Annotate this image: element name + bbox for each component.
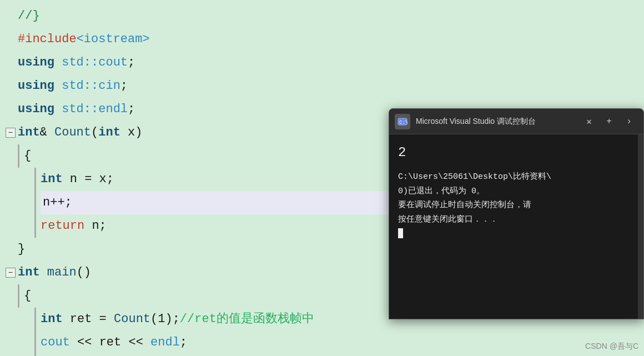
console-cursor (398, 228, 403, 238)
line-using1: using std::cout; (6, 51, 644, 74)
console-chevron-btn[interactable]: › (620, 113, 638, 131)
console-close-btn[interactable]: ✕ (580, 113, 598, 131)
console-scrollbar[interactable] (638, 134, 643, 319)
line-include: #include<iostream> (6, 28, 644, 51)
svg-text:C:\: C:\ (399, 120, 407, 126)
console-titlebar: C:\ Microsoft Visual Studio 调试控制台 ✕ + › (389, 109, 643, 134)
console-window: C:\ Microsoft Visual Studio 调试控制台 ✕ + › … (389, 108, 644, 319)
collapse-count-btn[interactable]: − (6, 128, 16, 138)
console-add-btn[interactable]: + (600, 113, 618, 131)
line-comment: //} (6, 4, 644, 28)
collapse-main-btn[interactable]: − (6, 268, 16, 278)
console-output-number: 2 (398, 142, 635, 163)
watermark: CSDN @吾与C (585, 342, 638, 352)
console-title: Microsoft Visual Studio 调试控制台 (416, 117, 578, 127)
console-path-text: C:\Users\25061\Desktop\比特资料\ 0)已退出，代码为 0… (398, 170, 635, 241)
line-using2: using std::cin; (6, 74, 644, 98)
line-cout: cout << ret << endl; (6, 331, 644, 354)
console-content: 2 C:\Users\25061\Desktop\比特资料\ 0)已退出，代码为… (389, 134, 643, 319)
console-app-icon: C:\ (395, 114, 410, 129)
